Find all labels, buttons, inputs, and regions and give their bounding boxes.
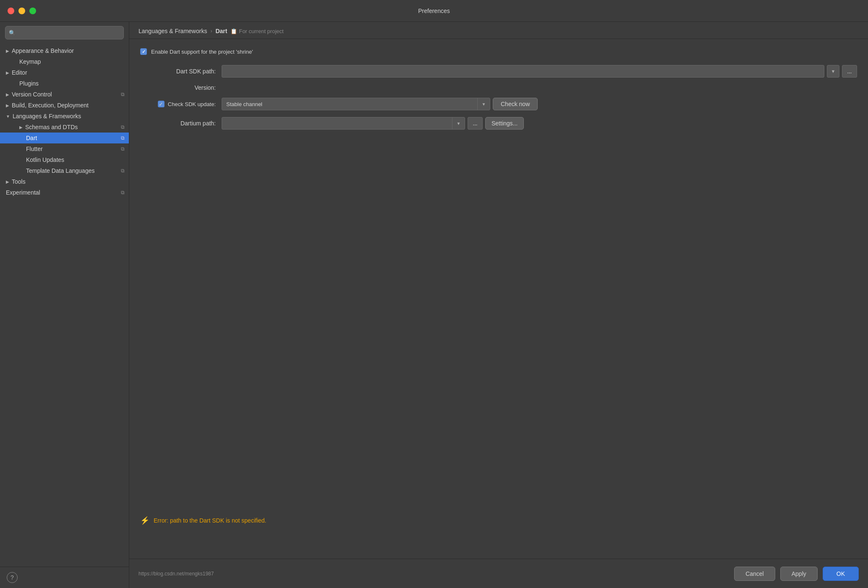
dartium-dropdown[interactable]: ▼ [222, 117, 465, 130]
copy-icon: ⧉ [121, 124, 125, 130]
dart-sdk-input[interactable] [222, 65, 824, 78]
sidebar-item-appearance-behavior[interactable]: ▶ Appearance & Behavior [0, 45, 129, 56]
checkmark-icon: ✓ [159, 101, 163, 107]
cancel-button[interactable]: Cancel [734, 567, 775, 581]
sidebar-item-label: Version Control [12, 91, 52, 98]
check-sdk-label: Check SDK update: [168, 101, 216, 107]
expand-arrow-icon: ▶ [6, 92, 9, 97]
dartium-ellipsis-btn[interactable]: ... [468, 117, 483, 130]
main-content: 🔍 ▶ Appearance & Behavior Keymap ▶ Edito… [0, 22, 868, 588]
help-button[interactable]: ? [7, 572, 18, 583]
check-sdk-input-group: Stable channel ▼ Check now [222, 98, 857, 110]
enable-dart-checkbox[interactable]: ✓ [140, 48, 147, 55]
search-box[interactable]: 🔍 [5, 26, 124, 39]
sidebar-item-tools[interactable]: ▶ Tools [0, 176, 129, 187]
expand-arrow-icon: ▼ [6, 114, 10, 119]
sidebar-item-label: Languages & Frameworks [13, 113, 81, 120]
breadcrumb-parent: Languages & Frameworks [139, 28, 207, 34]
copy-icon: ⧉ [121, 91, 125, 97]
sidebar-item-label: Plugins [19, 80, 39, 87]
expand-arrow-icon: ▶ [6, 180, 9, 184]
sdk-dropdown-arrow-icon: ▼ [477, 98, 490, 110]
sidebar-item-version-control[interactable]: ▶ Version Control ⧉ [0, 89, 129, 100]
sidebar-item-label: Appearance & Behavior [12, 47, 74, 54]
sidebar-item-kotlin-updates[interactable]: Kotlin Updates [0, 154, 129, 165]
sidebar-item-label: Build, Execution, Deployment [12, 102, 89, 109]
checkmark-icon: ✓ [142, 49, 146, 55]
breadcrumb-separator: › [210, 28, 212, 34]
sidebar-item-experimental[interactable]: Experimental ⧉ [0, 187, 129, 198]
sidebar-item-label: Template Data Languages [26, 167, 94, 174]
sdk-channel-dropdown[interactable]: Stable channel ▼ [222, 98, 490, 110]
search-icon: 🔍 [9, 30, 16, 36]
sidebar-item-label: Editor [12, 69, 27, 76]
footer-url: https://blog.csdn.net/mengks1987 [139, 571, 214, 577]
breadcrumb-current: Dart [215, 28, 227, 34]
sidebar: 🔍 ▶ Appearance & Behavior Keymap ▶ Edito… [0, 22, 129, 588]
sidebar-item-template-data-languages[interactable]: Template Data Languages ⧉ [0, 165, 129, 176]
right-panel: Languages & Frameworks › Dart 📋 For curr… [129, 22, 868, 588]
dartium-path-label: Dartium path: [140, 120, 216, 127]
dart-sdk-row: Dart SDK path: ▼ ... [140, 65, 857, 78]
sidebar-item-flutter[interactable]: Flutter ⧉ [0, 143, 129, 154]
sidebar-item-label: Kotlin Updates [26, 156, 64, 163]
error-section: ⚡ Error: path to the Dart SDK is not spe… [140, 516, 857, 525]
sidebar-item-dart[interactable]: Dart ⧉ [0, 133, 129, 143]
sidebar-item-editor[interactable]: ▶ Editor [0, 67, 129, 78]
sidebar-item-label: Experimental [6, 189, 40, 196]
copy-icon: ⧉ [121, 190, 125, 195]
search-input[interactable] [18, 30, 120, 36]
version-label: Version: [140, 84, 216, 91]
dart-sdk-dropdown-btn[interactable]: ▼ [827, 65, 839, 78]
panel-body: ✓ Enable Dart support for the project 's… [129, 39, 868, 559]
sidebar-item-plugins[interactable]: Plugins [0, 78, 129, 89]
check-sdk-row: ✓ Check SDK update: Stable channel ▼ Che… [140, 98, 857, 110]
sidebar-item-languages-frameworks[interactable]: ▼ Languages & Frameworks [0, 111, 129, 122]
panel-header: Languages & Frameworks › Dart 📋 For curr… [129, 22, 868, 39]
dartium-dropdown-arrow-icon: ▼ [452, 117, 465, 129]
preferences-window: Preferences 🔍 ▶ Appearance & Behavior Ke… [0, 0, 868, 588]
dartium-path-row: Dartium path: ▼ ... Settings... [140, 117, 857, 130]
breadcrumb: Languages & Frameworks › Dart 📋 For curr… [139, 28, 859, 34]
dart-sdk-input-group: ▼ ... [222, 65, 857, 78]
dart-sdk-label: Dart SDK path: [140, 68, 216, 75]
copy-icon: ⧉ [121, 135, 125, 141]
expand-arrow-icon: ▶ [6, 103, 9, 108]
expand-arrow-icon: ▶ [6, 70, 9, 75]
copy-icon: ⧉ [121, 168, 125, 174]
sdk-channel-value: Stable channel [222, 101, 477, 107]
traffic-lights [8, 8, 36, 14]
titlebar: Preferences [0, 0, 868, 22]
expand-arrow-icon: ▶ [6, 49, 9, 53]
sidebar-item-label: Keymap [19, 58, 41, 65]
check-now-button[interactable]: Check now [493, 98, 538, 110]
sidebar-item-label: Tools [12, 178, 26, 185]
window-title: Preferences [418, 8, 450, 14]
sidebar-item-build-execution[interactable]: ▶ Build, Execution, Deployment [0, 100, 129, 111]
sidebar-item-keymap[interactable]: Keymap [0, 56, 129, 67]
version-row: Version: [140, 84, 857, 91]
sidebar-item-label: Flutter [26, 146, 43, 152]
sidebar-item-label: Dart [26, 135, 37, 141]
sidebar-item-schemas-dtds[interactable]: ▶ Schemas and DTDs ⧉ [0, 122, 129, 133]
settings-button[interactable]: Settings... [485, 117, 524, 130]
sidebar-bottom: ? [0, 567, 129, 588]
check-sdk-checkbox[interactable]: ✓ [158, 101, 165, 107]
maximize-button[interactable] [29, 8, 36, 14]
expand-arrow-icon: ▶ [19, 125, 23, 130]
apply-button[interactable]: Apply [780, 567, 818, 581]
ok-button[interactable]: OK [823, 567, 859, 581]
close-button[interactable] [8, 8, 14, 14]
dartium-input-group: ▼ ... Settings... [222, 117, 857, 130]
copy-icon: ⧉ [121, 146, 125, 152]
enable-dart-label: Enable Dart support for the project 'shr… [151, 49, 253, 55]
project-label: For current project [239, 28, 283, 34]
dart-sdk-ellipsis-btn[interactable]: ... [842, 65, 857, 78]
sidebar-list: ▶ Appearance & Behavior Keymap ▶ Editor … [0, 44, 129, 567]
panel-footer: https://blog.csdn.net/mengks1987 Cancel … [129, 559, 868, 588]
sidebar-item-label: Schemas and DTDs [25, 124, 78, 130]
enable-dart-row: ✓ Enable Dart support for the project 's… [140, 48, 857, 55]
footer-buttons: Cancel Apply OK [734, 567, 859, 581]
breadcrumb-project: 📋 For current project [230, 28, 283, 34]
minimize-button[interactable] [18, 8, 25, 14]
